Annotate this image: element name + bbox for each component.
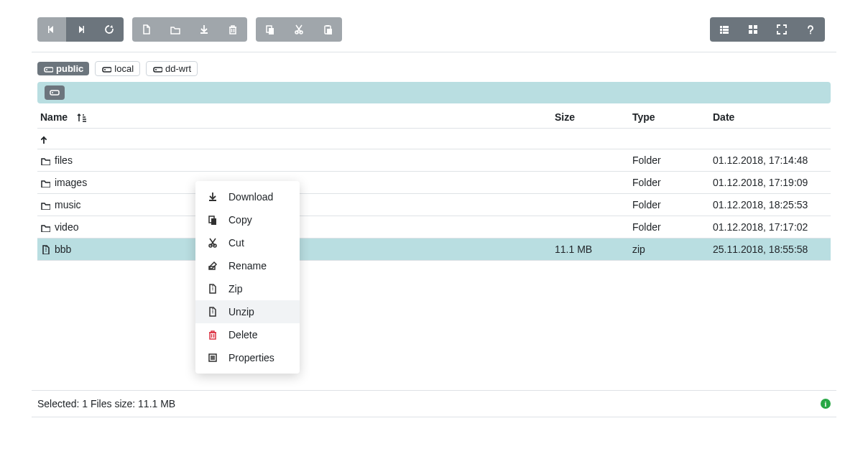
nav-back-button bbox=[37, 17, 66, 42]
drive-label: local bbox=[114, 63, 134, 74]
cm-delete[interactable]: Delete bbox=[195, 323, 300, 346]
help-icon bbox=[805, 24, 816, 35]
folder-icon bbox=[170, 24, 181, 35]
folder-icon bbox=[40, 155, 50, 165]
cut-icon bbox=[207, 237, 218, 249]
cm-unzip[interactable]: Unzip bbox=[195, 300, 300, 323]
nav-refresh-button[interactable] bbox=[95, 17, 124, 42]
drive-label: dd-wrt bbox=[165, 63, 191, 74]
breadcrumb bbox=[37, 82, 831, 103]
toolbar-right bbox=[710, 17, 831, 42]
cm-download[interactable]: Download bbox=[195, 185, 300, 208]
file-row[interactable]: music Folder 01.12.2018, 18:25:53 bbox=[37, 194, 831, 216]
view-list-button[interactable] bbox=[710, 17, 739, 42]
file-row[interactable]: files Folder 01.12.2018, 17:14:48 bbox=[37, 149, 831, 172]
cm-rename[interactable]: Rename bbox=[195, 254, 300, 277]
drive-label: public bbox=[56, 63, 83, 74]
breadcrumb-root[interactable] bbox=[45, 85, 65, 100]
folder-icon bbox=[40, 200, 50, 210]
download-button bbox=[190, 17, 218, 42]
drive-public[interactable]: public bbox=[37, 62, 89, 75]
view-grid-button[interactable] bbox=[739, 17, 767, 42]
toolbar bbox=[32, 17, 836, 52]
copy-icon bbox=[264, 24, 276, 35]
sort-asc-icon bbox=[76, 112, 86, 122]
drive-icon bbox=[152, 64, 162, 74]
forward-icon bbox=[75, 24, 86, 35]
cm-label: Rename bbox=[228, 260, 267, 272]
download-icon bbox=[198, 24, 210, 35]
cm-zip[interactable]: Zip bbox=[195, 277, 300, 300]
toolbar-left bbox=[37, 17, 348, 42]
file-row[interactable]: video Folder 01.12.2018, 17:17:02 bbox=[37, 216, 831, 238]
paste-icon bbox=[322, 24, 333, 35]
refresh-icon bbox=[103, 24, 115, 35]
rename-icon bbox=[207, 260, 218, 272]
cm-label: Unzip bbox=[228, 306, 254, 318]
cm-properties[interactable]: Properties bbox=[195, 346, 300, 369]
help-button[interactable] bbox=[796, 17, 825, 42]
grid-icon bbox=[747, 24, 759, 35]
drive-local[interactable]: local bbox=[95, 61, 140, 76]
unzip-icon bbox=[207, 306, 218, 318]
col-date-header[interactable]: Date bbox=[713, 111, 828, 123]
info-icon[interactable]: i bbox=[821, 399, 831, 409]
props-icon bbox=[207, 352, 218, 363]
up-icon bbox=[40, 134, 50, 144]
row-parent-dir[interactable] bbox=[37, 129, 831, 149]
list-icon bbox=[719, 24, 730, 35]
folder-icon bbox=[40, 177, 50, 187]
drive-ddwrt[interactable]: dd-wrt bbox=[146, 61, 198, 76]
file-name: bbb bbox=[55, 244, 71, 255]
file-size: 11.1 MB bbox=[555, 244, 632, 255]
cm-label: Delete bbox=[228, 329, 257, 340]
cm-label: Cut bbox=[228, 237, 244, 249]
col-type-header[interactable]: Type bbox=[632, 111, 713, 123]
file-name: video bbox=[55, 221, 78, 233]
nav-forward-button[interactable] bbox=[66, 17, 95, 42]
copy-button bbox=[256, 17, 285, 42]
trash-icon bbox=[227, 24, 239, 35]
file-type: Folder bbox=[632, 199, 713, 210]
cm-label: Download bbox=[228, 191, 273, 203]
copy-icon bbox=[207, 214, 218, 226]
drive-icon bbox=[43, 64, 53, 74]
file-name: music bbox=[55, 199, 81, 210]
file-date: 01.12.2018, 17:14:48 bbox=[713, 154, 828, 166]
folder-icon bbox=[40, 222, 50, 232]
fullscreen-button[interactable] bbox=[767, 17, 796, 42]
file-row[interactable]: images Folder 01.12.2018, 17:19:09 bbox=[37, 172, 831, 194]
col-name-header[interactable]: Name bbox=[40, 111, 555, 123]
file-date: 01.12.2018, 17:19:09 bbox=[713, 177, 828, 188]
file-table-header: Name Size Type Date bbox=[37, 106, 831, 129]
file-date: 01.12.2018, 18:25:53 bbox=[713, 199, 828, 210]
download-icon bbox=[207, 191, 218, 203]
file-name: images bbox=[55, 177, 87, 188]
cm-copy[interactable]: Copy bbox=[195, 208, 300, 231]
file-icon bbox=[40, 244, 50, 254]
delete-button bbox=[218, 17, 247, 42]
file-type: Folder bbox=[632, 221, 713, 233]
full-icon bbox=[776, 24, 788, 35]
drive-icon bbox=[101, 64, 111, 74]
cm-label: Zip bbox=[228, 283, 242, 295]
drive-tabs: publiclocaldd-wrt bbox=[32, 52, 836, 82]
new-file-button bbox=[132, 17, 161, 42]
file-row[interactable]: bbb 11.1 MB zip 25.11.2018, 18:55:58 bbox=[37, 238, 831, 261]
file-manager: publiclocaldd-wrt Name Size Type Date fi… bbox=[23, 0, 845, 417]
cut-icon bbox=[293, 24, 305, 35]
file-type: Folder bbox=[632, 154, 713, 166]
cm-label: Properties bbox=[228, 352, 274, 363]
file-icon bbox=[141, 24, 152, 35]
back-icon bbox=[46, 24, 57, 35]
status-bar: Selected: 1 Files size: 11.1 MB i bbox=[32, 390, 836, 417]
file-table: Name Size Type Date files Folder 01.12.2… bbox=[37, 106, 831, 261]
cm-cut[interactable]: Cut bbox=[195, 231, 300, 254]
file-date: 01.12.2018, 17:17:02 bbox=[713, 221, 828, 233]
col-size-header[interactable]: Size bbox=[555, 111, 632, 123]
paste-button bbox=[313, 17, 342, 42]
trash-icon bbox=[207, 329, 218, 340]
cm-label: Copy bbox=[228, 214, 252, 226]
cut-button bbox=[285, 17, 313, 42]
context-menu: DownloadCopyCutRenameZipUnzipDeletePrope… bbox=[195, 181, 300, 374]
